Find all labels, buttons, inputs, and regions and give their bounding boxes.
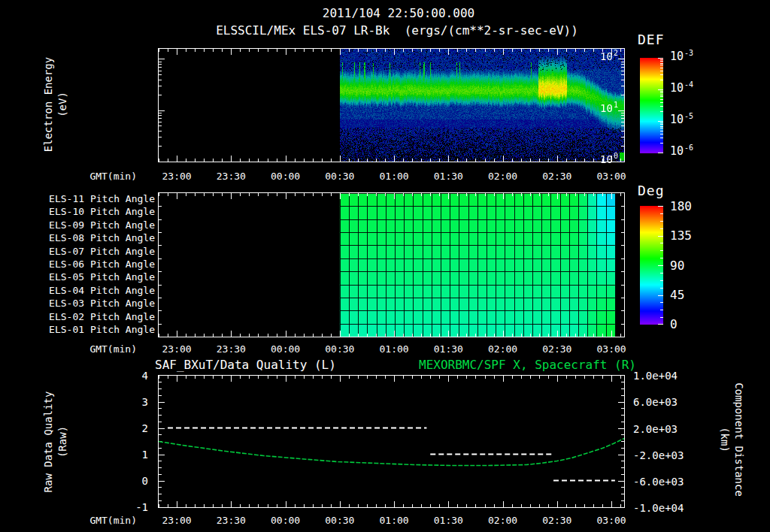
x-tick-label: 23:00 bbox=[162, 515, 192, 526]
pitch-row-label: ELS-06 Pitch Angle bbox=[35, 258, 155, 270]
bottom-left-y-axis-label: Raw Data Quality (Raw) bbox=[41, 344, 70, 532]
x-tick-label: 01:30 bbox=[434, 343, 463, 355]
distance-y-tick: -6.0e+03 bbox=[633, 476, 684, 488]
x-tick-label: 02:00 bbox=[488, 171, 517, 182]
x-tick-label: 00:30 bbox=[325, 515, 354, 526]
x-tick-label: 01:00 bbox=[380, 515, 409, 526]
spectrogram-y-tick: 101 bbox=[568, 102, 618, 114]
x-tick-label: 01:30 bbox=[434, 515, 463, 526]
def-colorbar-tick: 10-5 bbox=[670, 113, 693, 126]
pitch-row-label: ELS-10 Pitch Angle bbox=[35, 206, 155, 217]
pitch-row-label: ELS-02 Pitch Angle bbox=[35, 311, 155, 322]
quality-y-tick: 3 bbox=[118, 396, 148, 408]
pitch-row-label: ELS-07 Pitch Angle bbox=[35, 246, 155, 257]
distance-y-tick: -1.0e+04 bbox=[633, 502, 684, 514]
plot-screen: 2011/104 22:50:00.000 ELSSCIL/MEx ELS-07… bbox=[0, 0, 770, 532]
quality-y-tick: 0 bbox=[118, 475, 148, 487]
pitch-angle-canvas bbox=[158, 192, 625, 337]
plot-datetime: 2011/104 22:50:00.000 bbox=[323, 6, 474, 20]
x-tick-label: 02:00 bbox=[488, 515, 517, 526]
x-tick-label: 03:00 bbox=[597, 343, 626, 355]
x-tick-label: 02:30 bbox=[542, 171, 571, 182]
pitch-row-label: ELS-08 Pitch Angle bbox=[35, 232, 155, 243]
pitch-row-label: ELS-03 Pitch Angle bbox=[35, 298, 155, 309]
x-tick-label: 02:30 bbox=[542, 343, 571, 355]
x-tick-label: 23:00 bbox=[162, 171, 192, 182]
pitch-row-label: ELS-09 Pitch Angle bbox=[35, 219, 155, 231]
plot-subtitle: ELSSCIL/MEx ELS-07 LR-Bk (ergs/(cm**2-sr… bbox=[216, 23, 578, 38]
def-colorbar-tick: 10-4 bbox=[670, 81, 693, 95]
x-tick-label: 03:00 bbox=[597, 171, 626, 182]
distance-y-tick: -2.0e+03 bbox=[633, 449, 684, 461]
x-tick-label: 03:00 bbox=[597, 515, 626, 526]
x-tick-label: 02:30 bbox=[542, 515, 571, 526]
quality-y-tick: 4 bbox=[118, 370, 148, 382]
electron-spectrogram-canvas bbox=[158, 48, 625, 162]
distance-y-tick: 2.0e+03 bbox=[633, 423, 678, 435]
deg-colorbar-tick: 180 bbox=[670, 199, 692, 213]
def-colorbar-tick: 10-3 bbox=[670, 50, 693, 63]
deg-colorbar-tick: 135 bbox=[670, 228, 692, 243]
spectrogram-y-tick: 100 bbox=[568, 153, 618, 165]
x-tick-label: 23:00 bbox=[162, 343, 192, 355]
gmt-axis-label-3: GMT(min) bbox=[77, 515, 137, 526]
def-colorbar-title: DEF bbox=[638, 32, 665, 47]
pitch-row-label: ELS-01 Pitch Angle bbox=[35, 324, 155, 335]
gmt-axis-label-2: GMT(min) bbox=[77, 343, 137, 355]
pitch-row-label: ELS-04 Pitch Angle bbox=[35, 285, 155, 296]
def-colorbar-tick: 10-6 bbox=[670, 144, 693, 158]
bottom-title-left: SAF_BXuT/Data Quality (L) bbox=[155, 358, 336, 372]
distance-y-tick: 1.0e+04 bbox=[633, 370, 678, 382]
bottom-right-y-axis-label: Component Distance (km) bbox=[717, 342, 746, 532]
x-tick-label: 00:00 bbox=[271, 171, 300, 182]
x-tick-label: 23:30 bbox=[217, 171, 246, 182]
x-tick-label: 01:30 bbox=[434, 171, 463, 182]
def-colorbar bbox=[640, 58, 663, 153]
deg-colorbar-title: Deg bbox=[638, 183, 665, 198]
x-tick-label: 00:30 bbox=[325, 343, 354, 355]
deg-colorbar-tick: 45 bbox=[670, 288, 684, 302]
x-tick-label: 01:00 bbox=[380, 343, 409, 355]
x-tick-label: 23:30 bbox=[217, 343, 246, 355]
x-tick-label: 00:00 bbox=[271, 343, 300, 355]
x-tick-label: 01:00 bbox=[380, 171, 409, 182]
bottom-title-right: MEXORBMC/SPF X, Spacecraft (R) bbox=[419, 358, 636, 372]
deg-colorbar bbox=[640, 206, 663, 325]
distance-y-tick: 6.0e+03 bbox=[633, 396, 678, 408]
x-tick-label: 02:00 bbox=[488, 343, 517, 355]
deg-colorbar-tick: 0 bbox=[670, 317, 678, 331]
spectrogram-y-tick: 102 bbox=[568, 50, 618, 62]
gmt-axis-label-1: GMT(min) bbox=[77, 171, 137, 182]
x-tick-label: 23:30 bbox=[217, 515, 246, 526]
quality-y-tick: 1 bbox=[118, 449, 148, 461]
pitch-row-label: ELS-05 Pitch Angle bbox=[35, 271, 155, 283]
spectrogram-y-axis-label: Electron Energy (eV) bbox=[41, 7, 70, 202]
quality-y-tick: 2 bbox=[118, 422, 148, 434]
deg-colorbar-tick: 90 bbox=[670, 258, 684, 273]
x-tick-label: 00:00 bbox=[271, 515, 300, 526]
quality-distance-canvas bbox=[158, 375, 625, 508]
quality-y-tick: -1 bbox=[118, 501, 148, 513]
x-tick-label: 00:30 bbox=[325, 171, 354, 182]
pitch-row-label: ELS-11 Pitch Angle bbox=[35, 193, 155, 204]
